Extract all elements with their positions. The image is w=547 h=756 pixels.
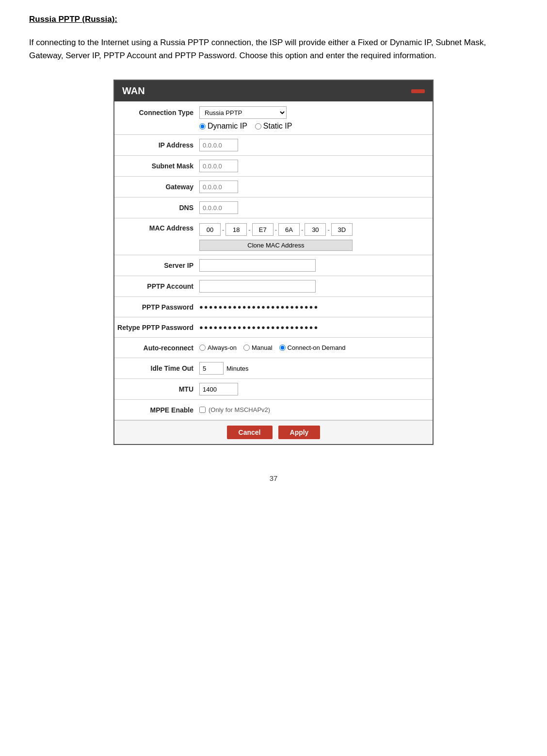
wan-body: Connection Type Russia PPTP Dynamic IP S… [114,101,433,444]
mac-inputs: - - - - - [199,223,353,236]
wan-panel: WAN Connection Type Russia PPTP Dynamic … [113,80,434,445]
pptp-password-dots: ●●●●●●●●●●●●●●●●●●●●●●●●● [199,303,319,311]
manual-radio[interactable]: Manual [243,344,273,351]
dns-label: DNS [114,204,199,212]
subnet-mask-row: Subnet Mask [114,156,433,177]
auto-reconnect-group: Always-on Manual Connect-on Demand [199,344,346,351]
retype-pptp-label: Retype PPTP Password [114,323,199,332]
page-number: 37 [29,474,518,482]
retype-pptp-row: Retype PPTP Password ●●●●●●●●●●●●●●●●●●●… [114,317,433,338]
pptp-password-row: PPTP Password ●●●●●●●●●●●●●●●●●●●●●●●●● [114,297,433,317]
description-text: If connecting to the Internet using a Ru… [29,36,518,62]
static-ip-label: Static IP [263,122,292,131]
auto-reconnect-row: Auto-reconnect Always-on Manual Connect-… [114,338,433,358]
ip-address-row: IP Address [114,135,433,156]
help-button[interactable] [411,89,425,93]
manual-label: Manual [252,344,273,351]
dns-input[interactable] [199,201,238,214]
connection-type-row: Connection Type Russia PPTP Dynamic IP S… [114,101,433,135]
server-ip-row: Server IP [114,255,433,276]
mppe-checkbox[interactable] [199,407,206,413]
mtu-label: MTU [114,385,199,393]
page-title: Russia PPTP (Russia): [29,15,518,24]
connection-type-label: Connection Type [114,109,199,116]
idle-timeout-unit: Minutes [226,365,249,372]
mtu-row: MTU [114,379,433,400]
pptp-account-row: PPTP Account [114,276,433,297]
subnet-mask-input[interactable] [199,160,238,172]
mppe-content: (Only for MSCHAPv2) [199,406,270,413]
gateway-input[interactable] [199,181,238,193]
idle-timeout-label: Idle Time Out [114,364,199,372]
connection-type-select[interactable]: Russia PPTP [199,106,287,119]
idle-timeout-input[interactable] [199,362,224,375]
auto-reconnect-label: Auto-reconnect [114,344,199,352]
dynamic-ip-radio[interactable]: Dynamic IP [199,122,247,131]
gateway-row: Gateway [114,177,433,197]
button-row: Cancel Apply [114,420,433,444]
mac-oct5[interactable] [305,223,326,236]
static-ip-radio[interactable]: Static IP [255,122,292,131]
mtu-input[interactable] [199,383,238,395]
mac-address-label: MAC Address [114,222,199,232]
connect-on-demand-label: Connect-on Demand [288,344,346,351]
wan-header: WAN [114,81,433,101]
cancel-button[interactable]: Cancel [227,426,273,439]
wan-title: WAN [122,85,145,97]
server-ip-input[interactable] [199,259,316,272]
always-on-label: Always-on [208,344,237,351]
dns-row: DNS [114,197,433,218]
clone-mac-button[interactable]: Clone MAC Address [199,240,353,251]
mppe-label: MPPE Enable [114,406,199,414]
mac-wrapper: - - - - - Clone MAC Address [199,223,353,251]
mac-oct6[interactable] [331,223,353,236]
ip-address-label: IP Address [114,141,199,149]
dynamic-ip-label: Dynamic IP [208,122,247,131]
mac-oct3[interactable] [252,223,274,236]
mac-address-row: MAC Address - - - - - [114,218,433,255]
gateway-label: Gateway [114,183,199,191]
ip-address-input[interactable] [199,139,238,151]
mac-oct1[interactable] [199,223,221,236]
idle-timeout-row: Idle Time Out Minutes [114,358,433,379]
connect-on-demand-radio[interactable]: Connect-on Demand [279,344,346,351]
pptp-account-input[interactable] [199,280,316,293]
mppe-row: MPPE Enable (Only for MSCHAPv2) [114,400,433,420]
mac-oct4[interactable] [278,223,300,236]
mppe-note: (Only for MSCHAPv2) [209,406,270,413]
apply-button[interactable]: Apply [278,426,321,439]
mac-oct2[interactable] [225,223,247,236]
subnet-mask-label: Subnet Mask [114,162,199,170]
retype-pptp-dots: ●●●●●●●●●●●●●●●●●●●●●●●●● [199,324,319,331]
idle-content: Minutes [199,362,249,375]
server-ip-label: Server IP [114,262,199,269]
pptp-account-label: PPTP Account [114,282,199,290]
always-on-radio[interactable]: Always-on [199,344,237,351]
pptp-password-label: PPTP Password [114,303,199,311]
